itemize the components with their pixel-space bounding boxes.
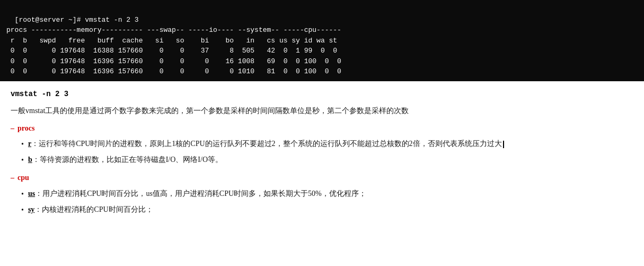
bullet-b: b：等待资源的进程数，比如正在等待磁盘I/O、网络I/O等。 (21, 153, 633, 167)
terminal-data-row-2: 0 0 0 197648 16396 157660 0 0 0 16 1008 … (6, 57, 341, 65)
bullet-r: r：运行和等待CPU时间片的进程数，原则上1核的CPU的运行队列不要超过2，整个… (21, 137, 633, 151)
bullet-sy: sy：内核进程消耗的CPU时间百分比； (21, 203, 633, 217)
terminal-header: procs -----------memory---------- ---swa… (6, 26, 341, 34)
keyword-us: us (28, 190, 35, 198)
terminal-data-row-3: 0 0 0 197648 16396 157660 0 0 0 0 1010 8… (6, 67, 341, 75)
content-area: vmstat -n 2 3 一般vmstat工具的使用是通过两个数字参数来完成的… (0, 81, 644, 226)
command-display: vmstat -n 2 3 (11, 88, 633, 101)
terminal-prompt: [root@server ~]# vmstat -n 2 3 (15, 16, 139, 24)
section-procs: procs (11, 122, 633, 135)
cursor (503, 141, 504, 148)
terminal-output: [root@server ~]# vmstat -n 2 3 procs ---… (0, 0, 644, 81)
section-cpu: cpu (11, 171, 633, 184)
terminal-col-headers: r b swpd free buff cache si so bi bo in … (6, 37, 337, 45)
keyword-b: b (28, 156, 32, 164)
terminal-data-row-1: 0 0 0 197648 16388 157660 0 0 37 8 505 4… (6, 47, 337, 55)
keyword-sy: sy (28, 205, 34, 213)
bullet-us: us：用户进程消耗CPU时间百分比，us值高，用户进程消耗CPU时间多，如果长期… (21, 187, 633, 201)
intro-text: 一般vmstat工具的使用是通过两个数字参数来完成的，第一个参数是采样的时间间隔… (11, 104, 633, 117)
